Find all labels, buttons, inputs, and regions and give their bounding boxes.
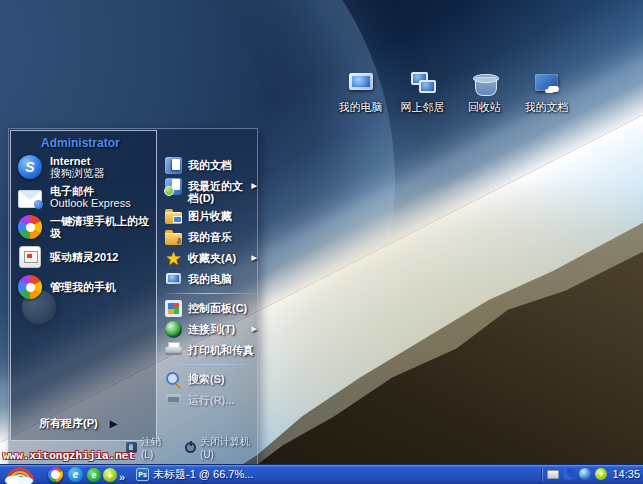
menu-item-email[interactable]: 电子邮件Outlook Express: [18, 185, 153, 209]
menu-item-my-pictures[interactable]: 图片收藏: [165, 206, 257, 227]
start-button[interactable]: [2, 464, 40, 484]
submenu-arrow-icon: ▶: [252, 178, 257, 190]
rainbow-cloud-icon: [2, 464, 40, 484]
desktop-screen: 我的电脑 网上邻居 回收站 我的文档 Administrator S Inter…: [0, 0, 643, 484]
recycle-bin-icon: [471, 72, 499, 96]
connect-globe-icon: [165, 321, 182, 338]
menu-item-label: 我的电脑: [188, 271, 232, 285]
icon-detail: [173, 216, 182, 223]
favorites-star-icon: ★: [165, 250, 182, 267]
menu-item-label: 我的音乐: [188, 229, 232, 243]
my-documents-icon: [165, 157, 182, 174]
menu-item-title: 一键清理手机上的垃圾: [50, 215, 153, 239]
quicklaunch-plus-icon[interactable]: +: [103, 468, 117, 482]
start-menu-left-column: Administrator S Internet搜狗浏览器 电子邮件Outloo…: [10, 130, 157, 441]
pictures-folder-icon: [165, 208, 182, 225]
shutdown-label: 关闭计算机(U): [200, 435, 257, 460]
menu-item-control-panel[interactable]: 控制面板(C): [165, 298, 257, 319]
taskbar-clock[interactable]: 14:35: [611, 468, 641, 480]
start-menu-right-column: 我的文档 我最近的文档(D) ▶ 图片收藏 ♪ 我的音乐 ★ 收藏夹(A) ▶: [165, 155, 257, 411]
menu-item-phone-clean[interactable]: 一键清理手机上的垃圾: [18, 215, 153, 239]
task-button-label: 未标题-1 @ 66.7%...: [153, 467, 253, 482]
shutdown-button[interactable]: 关闭计算机(U): [185, 435, 257, 460]
menu-item-title: 驱动精灵2012: [50, 251, 118, 263]
menu-item-label: 运行(R)...: [188, 392, 234, 406]
my-computer-icon: [165, 271, 182, 288]
search-icon: [165, 371, 182, 388]
crescent-tray-icon[interactable]: [563, 468, 575, 480]
power-icon: [185, 442, 196, 453]
photoshop-icon: Ps: [136, 468, 149, 481]
quicklaunch-green-browser-icon[interactable]: e: [87, 468, 101, 482]
desktop-icon-my-documents[interactable]: 我的文档: [516, 72, 577, 115]
desktop-icon-label: 网上邻居: [401, 100, 445, 115]
sogou-browser-icon: S: [18, 155, 42, 179]
submenu-arrow-icon: ▶: [110, 418, 118, 429]
menu-item-label: 控制面板(C): [188, 300, 247, 314]
submenu-arrow-icon: ▶: [252, 250, 257, 262]
input-method-icon[interactable]: [547, 470, 559, 479]
driver-genius-icon: [19, 246, 41, 268]
music-folder-icon: ♪: [165, 229, 182, 246]
menu-item-my-documents[interactable]: 我的文档: [165, 155, 257, 176]
desktop-icon-recycle-bin[interactable]: 回收站: [454, 72, 515, 115]
logoff-label: 注销(L): [141, 435, 169, 460]
desktop-icon-network-places[interactable]: 网上邻居: [392, 72, 453, 115]
desktop-icons: 我的电脑 网上邻居 回收站 我的文档: [330, 72, 577, 115]
quicklaunch-ie-icon[interactable]: e: [68, 467, 83, 482]
menu-item-internet[interactable]: S Internet搜狗浏览器: [18, 155, 153, 179]
control-panel-icon: [165, 300, 182, 317]
menu-item-driver-genius[interactable]: 驱动精灵2012: [18, 245, 153, 269]
quicklaunch-overflow-chevron[interactable]: »: [119, 471, 125, 483]
menu-item-title: 管理我的手机: [50, 281, 116, 293]
menu-item-label: 图片收藏: [188, 208, 232, 222]
my-documents-icon: [533, 72, 561, 96]
taskbar: e e + » Ps 未标题-1 @ 66.7%... + 14:35: [0, 464, 643, 484]
user-name: Administrator: [41, 136, 120, 150]
menu-item-label: 搜索(S): [188, 371, 225, 385]
menu-item-recent-documents[interactable]: 我最近的文档(D) ▶: [165, 176, 257, 206]
quicklaunch-phone-manager-icon[interactable]: [48, 467, 63, 482]
menu-item-title: Internet: [50, 155, 105, 167]
recent-documents-icon: [165, 178, 182, 195]
menu-item-my-computer[interactable]: 我的电脑: [165, 269, 257, 290]
menu-separator: [165, 293, 257, 294]
printer-icon: [165, 342, 182, 359]
pinwheel-icon: [18, 275, 42, 299]
music-note-icon: ♪: [176, 234, 181, 245]
all-programs-label: 所有程序(P): [39, 416, 98, 431]
menu-item-favorites[interactable]: ★ 收藏夹(A) ▶: [165, 248, 257, 269]
email-icon: [18, 190, 42, 208]
menu-item-label: 打印机和传真: [188, 342, 254, 356]
network-places-icon: [409, 72, 437, 96]
desktop-icon-my-computer[interactable]: 我的电脑: [330, 72, 391, 115]
menu-item-title: 电子邮件: [50, 185, 131, 197]
run-icon: [165, 392, 182, 409]
pinned-programs: S Internet搜狗浏览器 电子邮件Outlook Express 一键清理…: [18, 155, 153, 299]
pinwheel-icon: [18, 215, 42, 239]
menu-item-subtitle: Outlook Express: [50, 197, 131, 209]
task-button-photoshop[interactable]: Ps 未标题-1 @ 66.7%...: [133, 464, 259, 484]
menu-item-phone-manager[interactable]: 管理我的手机: [18, 275, 153, 299]
desktop-icon-label: 回收站: [468, 100, 501, 115]
system-tray: + 14:35: [540, 464, 643, 484]
plus-tray-icon[interactable]: +: [595, 468, 607, 480]
menu-item-run[interactable]: 运行(R)...: [165, 390, 257, 411]
menu-item-label: 我最近的文档(D): [188, 178, 246, 204]
my-computer-icon: [347, 72, 375, 96]
menu-item-label: 我的文档: [188, 157, 232, 171]
all-programs-button[interactable]: 所有程序(P) ▶: [39, 416, 117, 431]
menu-item-connect-to[interactable]: 连接到(T) ▶: [165, 319, 257, 340]
desktop-icon-label: 我的电脑: [339, 100, 383, 115]
session-controls: 注销(L) 关闭计算机(U): [126, 435, 257, 460]
theme-watermark: www.xitongzhijia.net: [3, 450, 135, 462]
tray-divider: [542, 468, 543, 481]
menu-item-label: 收藏夹(A): [188, 250, 236, 264]
menu-separator: [165, 364, 257, 365]
menu-item-label: 连接到(T): [188, 321, 235, 335]
network-globe-icon[interactable]: [579, 468, 591, 480]
submenu-arrow-icon: ▶: [252, 321, 257, 333]
menu-item-printers-faxes[interactable]: 打印机和传真: [165, 340, 257, 361]
menu-item-search[interactable]: 搜索(S): [165, 369, 257, 390]
menu-item-my-music[interactable]: ♪ 我的音乐: [165, 227, 257, 248]
